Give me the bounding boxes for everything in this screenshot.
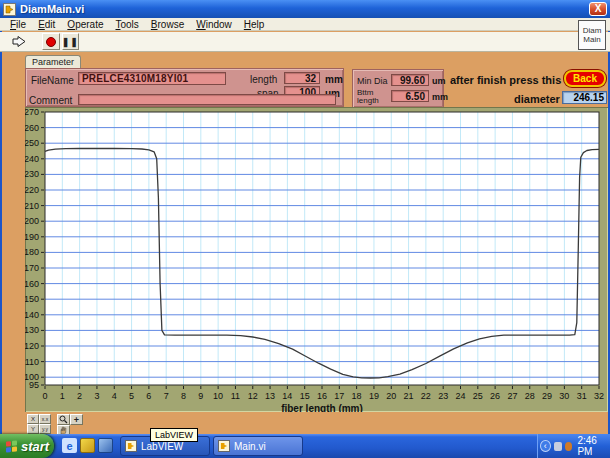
svg-text:110: 110 xyxy=(25,357,39,367)
results-panel: Min Dia 99.60 um Bttm length 6.50 mm xyxy=(352,69,444,108)
length-unit: mm xyxy=(325,74,343,85)
tab-parameter-label: Parameter xyxy=(32,57,74,67)
start-button[interactable]: start xyxy=(0,434,54,458)
zoom-plus-button[interactable]: + xyxy=(70,414,83,425)
svg-text:23: 23 xyxy=(438,391,448,401)
svg-text:16: 16 xyxy=(317,391,327,401)
svg-text:140: 140 xyxy=(25,310,39,320)
svg-text:4: 4 xyxy=(112,391,117,401)
svg-text:7: 7 xyxy=(164,391,169,401)
labview-app-icon xyxy=(3,3,16,16)
svg-text:20: 20 xyxy=(386,391,396,401)
quick-launch-blue-icon[interactable] xyxy=(98,438,113,453)
svg-text:11: 11 xyxy=(231,391,240,401)
abort-red-circle-icon xyxy=(46,37,56,47)
svg-text:26: 26 xyxy=(490,391,500,401)
title-bar[interactable]: DiamMain.vi X xyxy=(0,0,610,18)
svg-text:270: 270 xyxy=(25,107,39,117)
bttm-label-line2: length xyxy=(357,97,379,105)
svg-text:2: 2 xyxy=(77,391,82,401)
menu-help[interactable]: Help xyxy=(238,19,271,30)
diameter-value: 246.15 xyxy=(562,91,607,104)
diameter-graph[interactable]: 0123456789101112131415161718192021222324… xyxy=(25,107,608,412)
tray-icon-1[interactable] xyxy=(554,442,562,451)
svg-text:28: 28 xyxy=(525,391,535,401)
comment-input[interactable] xyxy=(78,94,336,105)
tray-chevron-icon[interactable]: ‹ xyxy=(540,440,551,452)
svg-text:130: 130 xyxy=(25,325,39,335)
svg-text:210: 210 xyxy=(25,201,39,211)
min-dia-value: 99.60 xyxy=(391,74,429,86)
min-dia-label: Min Dia xyxy=(357,77,388,85)
svg-text:200: 200 xyxy=(25,216,39,226)
svg-text:22: 22 xyxy=(421,391,431,401)
svg-text:100: 100 xyxy=(25,372,39,382)
vi-toolbar: ❚❚ xyxy=(0,32,610,52)
x-autoscale-button[interactable]: X xyxy=(27,414,39,424)
svg-text:150: 150 xyxy=(25,294,39,304)
taskbar: start e LabVIEW Main.vi ‹ 2:46 PM xyxy=(0,434,610,458)
taskbar-button-labview-label: LabVIEW xyxy=(141,441,183,452)
svg-text:32: 32 xyxy=(594,391,604,401)
svg-text:29: 29 xyxy=(542,391,552,401)
svg-text:170: 170 xyxy=(25,263,39,273)
length-input[interactable]: 32 xyxy=(284,72,320,84)
svg-text:120: 120 xyxy=(25,341,39,351)
labview-window: DiamMain.vi X File Edit Operate Tools Br… xyxy=(0,0,610,434)
run-button[interactable] xyxy=(8,33,30,50)
vi-corner-line2: Main xyxy=(579,35,605,44)
y-autoscale-button[interactable]: Y xyxy=(27,424,39,434)
pause-icon: ❚❚ xyxy=(62,37,79,47)
svg-text:18: 18 xyxy=(352,391,362,401)
svg-text:240: 240 xyxy=(25,154,39,164)
taskbar-clock: 2:46 PM xyxy=(577,435,610,457)
svg-text:160: 160 xyxy=(25,279,39,289)
tray-icon-2[interactable] xyxy=(565,442,573,451)
svg-text:230: 230 xyxy=(25,169,39,179)
filename-input[interactable]: PRELCE4310M18YI01 xyxy=(78,72,226,85)
svg-text:27: 27 xyxy=(507,391,517,401)
close-button[interactable]: X xyxy=(589,2,607,16)
menu-browse[interactable]: Browse xyxy=(145,19,190,30)
svg-text:21: 21 xyxy=(404,391,414,401)
menu-window[interactable]: Window xyxy=(190,19,238,30)
vi-corner-icon[interactable]: Diam Main xyxy=(578,20,606,50)
svg-text:3: 3 xyxy=(94,391,99,401)
windows-flag-icon xyxy=(6,440,17,452)
svg-text:9: 9 xyxy=(198,391,203,401)
svg-text:220: 220 xyxy=(25,185,39,195)
svg-text:24: 24 xyxy=(455,391,465,401)
zoom-button[interactable] xyxy=(57,414,70,425)
min-dia-unit: um xyxy=(432,76,446,86)
run-arrow-icon xyxy=(12,36,26,47)
diameter-label: diameter xyxy=(514,93,560,105)
pause-button[interactable]: ❚❚ xyxy=(62,33,79,50)
abort-button[interactable] xyxy=(42,33,60,50)
tab-parameter[interactable]: Parameter xyxy=(25,55,81,68)
menu-tools[interactable]: Tools xyxy=(110,19,145,30)
system-tray: ‹ 2:46 PM xyxy=(538,434,610,458)
start-label: start xyxy=(21,439,49,454)
bttm-unit: mm xyxy=(432,92,448,102)
internet-explorer-icon[interactable]: e xyxy=(62,438,77,453)
bttm-value: 6.50 xyxy=(391,90,429,102)
svg-text:17: 17 xyxy=(334,391,344,401)
comment-label: Comment xyxy=(29,95,72,106)
svg-text:10: 10 xyxy=(213,391,223,401)
svg-text:1: 1 xyxy=(60,391,65,401)
svg-text:19: 19 xyxy=(369,391,379,401)
y-format-button[interactable]: y.y xyxy=(39,424,51,434)
svg-text:15: 15 xyxy=(300,391,310,401)
menu-edit[interactable]: Edit xyxy=(32,19,61,30)
screen: DiamMain.vi X File Edit Operate Tools Br… xyxy=(0,0,610,458)
svg-text:8: 8 xyxy=(181,391,186,401)
svg-text:31: 31 xyxy=(577,391,587,401)
labview-taskbar-icon xyxy=(125,440,137,452)
taskbar-button-mainvi[interactable]: Main.vi xyxy=(213,436,303,456)
svg-text:190: 190 xyxy=(25,232,39,242)
menu-operate[interactable]: Operate xyxy=(61,19,109,30)
menu-file[interactable]: File xyxy=(4,19,32,30)
back-button[interactable]: Back xyxy=(564,70,606,87)
x-format-button[interactable]: x.x xyxy=(39,414,51,424)
quick-launch-yellow-icon[interactable] xyxy=(80,438,95,453)
